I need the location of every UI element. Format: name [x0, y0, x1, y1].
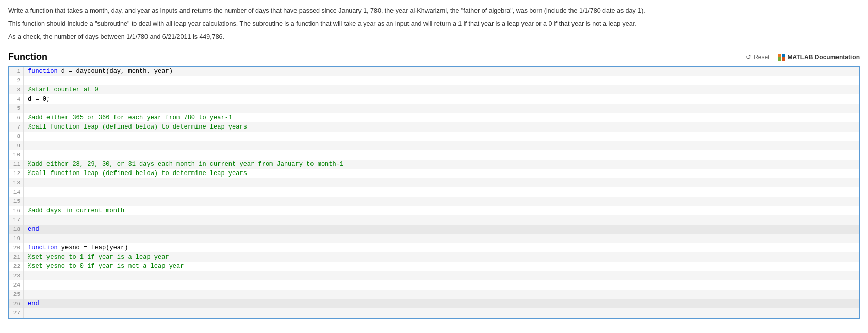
code-line: 13 — [9, 178, 859, 187]
line-number: 1 — [9, 67, 24, 76]
reset-icon: ↺ — [746, 53, 751, 61]
line-number: 26 — [9, 299, 24, 308]
code-line: 1function d = daycount(day, month, year) — [9, 67, 859, 76]
line-content — [24, 132, 859, 141]
line-content — [24, 290, 859, 299]
code-line: 20function yesno = leap(year) — [9, 243, 859, 252]
code-line: 27 — [9, 308, 859, 318]
line-number: 12 — [9, 169, 24, 178]
line-number: 17 — [9, 215, 24, 225]
line-number: 23 — [9, 271, 24, 280]
code-line: 17 — [9, 215, 859, 225]
line-number: 22 — [9, 262, 24, 271]
line-number: 24 — [9, 280, 24, 290]
code-line: 8 — [9, 132, 859, 141]
header-actions: ↺ Reset MATLAB Documentation — [746, 53, 860, 61]
line-number: 8 — [9, 132, 24, 141]
line-content — [24, 234, 859, 243]
code-line: 7%call function leap (defined below) to … — [9, 122, 859, 132]
code-line: 19 — [9, 234, 859, 243]
line-content — [24, 271, 859, 280]
code-editor[interactable]: 1function d = daycount(day, month, year)… — [8, 66, 860, 319]
line-content — [24, 141, 859, 150]
line-content: %add days in current month — [24, 206, 859, 215]
line-number: 21 — [9, 252, 24, 262]
code-line: 9 — [9, 141, 859, 150]
line-content: %set yesno to 1 if year is a leap year — [24, 252, 859, 262]
line-content: end — [24, 299, 859, 308]
code-line: 2 — [9, 76, 859, 85]
line-content: %add either 365 or 366 for each year fro… — [24, 113, 859, 122]
line-number: 27 — [9, 308, 24, 318]
line-number: 3 — [9, 85, 24, 94]
line-number: 4 — [9, 94, 24, 104]
desc-line2: This function should include a "subrouti… — [8, 19, 860, 29]
line-number: 5 — [9, 104, 24, 113]
line-number: 10 — [9, 150, 24, 160]
line-number: 18 — [9, 225, 24, 234]
line-content: %start counter at 0 — [24, 85, 859, 94]
reset-button[interactable]: ↺ Reset — [746, 53, 769, 61]
line-content — [24, 76, 859, 85]
section-header: Function ↺ Reset MATLAB Documentation — [8, 52, 860, 62]
code-line: 16%add days in current month — [9, 206, 859, 215]
line-content: function d = daycount(day, month, year) — [24, 67, 859, 76]
code-line: 3%start counter at 0 — [9, 85, 859, 94]
code-line: 5 — [9, 104, 859, 113]
line-number: 11 — [9, 160, 24, 169]
line-content — [24, 280, 859, 290]
line-content — [24, 197, 859, 206]
line-content: %set yesno to 0 if year is not a leap ye… — [24, 262, 859, 271]
line-number: 9 — [9, 141, 24, 150]
code-line: 6%add either 365 or 366 for each year fr… — [9, 113, 859, 122]
line-content: %add either 28, 29, 30, or 31 days each … — [24, 160, 859, 169]
line-number: 14 — [9, 187, 24, 197]
code-line: 4d = 0; — [9, 94, 859, 104]
code-line: 15 — [9, 197, 859, 206]
line-number: 15 — [9, 197, 24, 206]
matlab-doc-label: MATLAB Documentation — [788, 54, 860, 61]
line-number: 20 — [9, 243, 24, 252]
code-line: 23 — [9, 271, 859, 280]
line-content — [24, 150, 859, 160]
description-block: Write a function that takes a month, day… — [8, 6, 860, 41]
matlab-icon — [778, 54, 785, 61]
line-content: d = 0; — [24, 94, 859, 104]
matlab-doc-button[interactable]: MATLAB Documentation — [778, 54, 860, 61]
line-content — [24, 178, 859, 187]
code-line: 21%set yesno to 1 if year is a leap year — [9, 252, 859, 262]
line-number: 6 — [9, 113, 24, 122]
desc-line3: As a check, the number of days between 1… — [8, 32, 860, 42]
line-content — [24, 104, 859, 113]
line-number: 19 — [9, 234, 24, 243]
line-content — [24, 187, 859, 197]
line-number: 13 — [9, 178, 24, 187]
code-line: 11%add either 28, 29, 30, or 31 days eac… — [9, 160, 859, 169]
section-title: Function — [8, 52, 47, 62]
line-number: 25 — [9, 290, 24, 299]
line-number: 7 — [9, 122, 24, 132]
line-content: %call function leap (defined below) to d… — [24, 122, 859, 132]
line-content — [24, 215, 859, 225]
code-line: 14 — [9, 187, 859, 197]
line-content: end — [24, 225, 859, 234]
desc-line1: Write a function that takes a month, day… — [8, 6, 860, 16]
reset-label: Reset — [754, 54, 769, 61]
line-content: function yesno = leap(year) — [24, 243, 859, 252]
code-line: 26end — [9, 299, 859, 308]
code-line: 18end — [9, 225, 859, 234]
code-line: 10 — [9, 150, 859, 160]
code-line: 24 — [9, 280, 859, 290]
line-number: 2 — [9, 76, 24, 85]
code-line: 25 — [9, 290, 859, 299]
line-content — [24, 308, 859, 318]
code-line: 22%set yesno to 0 if year is not a leap … — [9, 262, 859, 271]
code-line: 12%call function leap (defined below) to… — [9, 169, 859, 178]
line-content: %call function leap (defined below) to d… — [24, 169, 859, 178]
line-number: 16 — [9, 206, 24, 215]
